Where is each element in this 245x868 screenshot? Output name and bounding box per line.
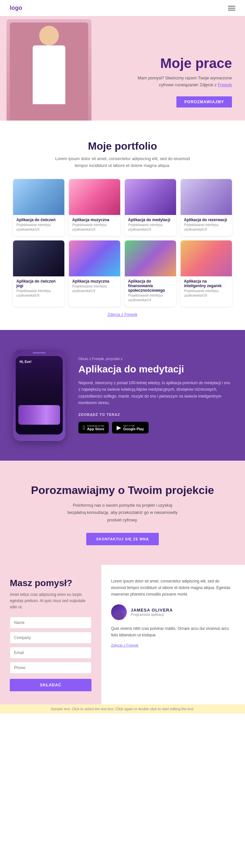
form-input-company[interactable]	[10, 632, 91, 644]
portfolio-item-info: Aplikacja do finansowania społecznościow…	[125, 276, 176, 306]
portfolio-item-title: Aplikacja do medytacji	[128, 218, 173, 222]
author-role: Programista aplikacji	[131, 613, 173, 616]
google-play-badge[interactable]: ▶ GET IT ON Google Play	[112, 422, 149, 434]
portfolio-item-title: Aplikacja muzyczna	[72, 218, 117, 222]
portfolio-grid: Aplikacja do ćwiczeń Projektowanie inter…	[13, 179, 232, 306]
portfolio-item[interactable]: Aplikacja do ćwiczeń Projektowanie inter…	[13, 179, 64, 236]
portfolio-item-sub: Projektowanie interfejsu użytkownika/UX	[184, 223, 229, 232]
portfolio-item[interactable]: Aplikacja do rezerwacji Projektowanie in…	[181, 179, 232, 236]
screen-content	[16, 356, 63, 434]
testimonial-author: JAMESA OLIVERA Programista aplikacji	[111, 604, 235, 620]
portfolio-item-sub: Projektowanie interfejsu użytkownika/UX	[72, 284, 117, 293]
portfolio-item-title: Aplikacja do ćwiczeń	[16, 218, 61, 222]
portfolio-item-sub: Projektowanie interfejsu użytkownika/UX	[16, 223, 61, 232]
hamburger-menu[interactable]	[228, 6, 235, 10]
sample-text: Sample text. Click to select the text bo…	[51, 707, 194, 711]
author-name: JAMESA OLIVERA	[131, 608, 173, 613]
bottom-section: Masz pomysł? Amet tellus cras adipiscing…	[0, 565, 245, 705]
form-group	[10, 662, 91, 674]
form-section: Masz pomysł? Amet tellus cras adipiscing…	[0, 565, 101, 705]
hero-person	[10, 23, 88, 121]
portfolio-thumb	[13, 179, 64, 215]
meditation-desc: Nispond, stworzony z ponad 100-letniej w…	[79, 380, 232, 406]
portfolio-item-info: Aplikacja do medytacji Projektowanie int…	[125, 215, 176, 236]
hero-title: Moje prace	[127, 56, 232, 71]
meditation-text: Obraz z Freepik, przyciski z Aplikacja d…	[79, 357, 232, 434]
apple-icon: 	[83, 424, 85, 431]
freepik-link[interactable]: Freepik	[218, 82, 232, 87]
portfolio-item-title: Aplikacja na inteligentny zegarek	[184, 279, 229, 288]
meditation-tag: Obraz z Freepik, przyciski z	[79, 357, 232, 361]
google-play-text: GET IT ON Google Play	[123, 425, 144, 431]
header: logo	[0, 0, 245, 16]
portfolio-item[interactable]: Aplikacja muzyczna Projektowanie interfe…	[69, 241, 120, 306]
portfolio-item-info: Aplikacja muzyczna Projektowanie interfe…	[69, 215, 120, 236]
hero-text: Moje prace Mam pomysł? Stwórzmy razem Tw…	[127, 56, 232, 107]
form-title: Masz pomysł?	[10, 578, 91, 588]
testimonial-section: Lorem ipsum dolor sit amet, consectetur …	[101, 565, 245, 705]
portfolio-thumb	[181, 179, 232, 215]
portfolio-item-title: Aplikacja muzyczna	[72, 279, 117, 284]
hero-subtitle: Mam pomysł? Stwórzmy razem Twoje wymarzo…	[127, 75, 232, 89]
portfolio-thumb	[181, 241, 232, 276]
portfolio-title: Moje portfolio	[13, 140, 232, 152]
portfolio-subtitle: Lorem ipsum dolor sit amet, consectetur …	[54, 155, 191, 169]
portfolio-item[interactable]: Aplikacja do medytacji Projektowanie int…	[125, 179, 176, 236]
portfolio-thumb	[69, 179, 120, 215]
form-group	[10, 632, 91, 644]
form-input-phone[interactable]	[10, 662, 91, 674]
form-group	[10, 647, 91, 659]
play-icon: ▶	[117, 424, 121, 431]
portfolio-thumb	[125, 179, 176, 215]
portfolio-item-title: Aplikacja do rezerwacji	[184, 218, 229, 222]
phone-screen	[16, 356, 63, 434]
form-desc: Amet tellus cras adipiscing enim eu turp…	[10, 592, 91, 611]
app-store-badge[interactable]:  Download on the App Store	[79, 422, 109, 434]
portfolio-item[interactable]: Aplikacja na inteligentny zegarek Projek…	[181, 241, 232, 306]
hero-cta-button[interactable]: POROZMAWIAJMY	[176, 96, 232, 107]
contact-button[interactable]: SKONTAKTUJ SIĘ ZE MNĄ	[86, 533, 158, 545]
contact-title: Porozmawiajmy o Twoim projekcie	[13, 484, 232, 497]
sample-bar: Sample text. Click to select the text bo…	[0, 704, 245, 713]
testimonial-freepik-link[interactable]: Zdjęcie z Freepik	[111, 643, 139, 647]
logo: logo	[10, 5, 22, 11]
portfolio-item[interactable]: Aplikacja do finansowania społecznościow…	[125, 241, 176, 306]
portfolio-thumb	[125, 241, 176, 276]
meditation-phone	[13, 349, 65, 441]
form-input-email[interactable]	[10, 647, 91, 659]
author-avatar	[111, 604, 127, 620]
testimonial-quote: Quis viverra nibh cras pulvinar mattis. …	[111, 625, 235, 639]
meditation-section: Obraz z Freepik, przyciski z Aplikacja d…	[0, 330, 245, 461]
author-info: JAMESA OLIVERA Programista aplikacji	[131, 608, 173, 616]
portfolio-item-title: Aplikacja do ćwiczeń jogi	[16, 279, 61, 288]
portfolio-item-sub: Projektowanie interfejsu użytkownika/UX	[184, 289, 229, 298]
portfolio-item-info: Aplikacja na inteligentny zegarek Projek…	[181, 276, 232, 302]
testimonial-main-text: Lorem ipsum dolor sit amet, consectetur …	[111, 578, 235, 598]
portfolio-item-info: Aplikacja do ćwiczeń jogi Projektowanie …	[13, 276, 64, 302]
portfolio-section: Moje portfolio Lorem ipsum dolor sit ame…	[0, 121, 245, 330]
form-group	[10, 617, 91, 628]
form-input-name[interactable]	[10, 617, 91, 628]
hero-section: Moje prace Mam pomysł? Stwórzmy razem Tw…	[0, 16, 245, 121]
contact-subtitle: Poinformuj nas o swoim pomyśle na projek…	[67, 502, 178, 523]
form-fields	[10, 617, 91, 674]
portfolio-freepik-link[interactable]: Zdjęcia z Freepik	[13, 312, 232, 317]
contact-section: Porozmawiajmy o Twoim projekcie Poinform…	[0, 461, 245, 565]
portfolio-item-sub: Projektowanie interfejsu użytkownika/UX	[128, 293, 173, 303]
portfolio-thumb	[69, 241, 120, 276]
hero-image	[6, 19, 91, 121]
portfolio-item-info: Aplikacja muzyczna Projektowanie interfe…	[69, 276, 120, 297]
portfolio-item-info: Aplikacja do ćwiczeń Projektowanie inter…	[13, 215, 64, 236]
meditation-title: Aplikacja do medytacji	[79, 363, 232, 375]
portfolio-item-info: Aplikacja do rezerwacji Projektowanie in…	[181, 215, 232, 236]
portfolio-item-sub: Projektowanie interfejsu użytkownika/UX	[128, 223, 173, 232]
form-submit-button[interactable]: SKŁADAĆ	[10, 679, 91, 691]
portfolio-item[interactable]: Aplikacja do ćwiczeń jogi Projektowanie …	[13, 241, 64, 306]
portfolio-item-title: Aplikacja do finansowania społecznościow…	[128, 279, 173, 293]
app-store-text: Download on the App Store	[87, 425, 104, 431]
portfolio-item[interactable]: Aplikacja muzyczna Projektowanie interfe…	[69, 179, 120, 236]
portfolio-thumb	[13, 241, 64, 276]
portfolio-item-sub: Projektowanie interfejsu użytkownika/UX	[16, 289, 61, 298]
store-badges:  Download on the App Store ▶ GET IT ON …	[79, 422, 232, 434]
portfolio-item-sub: Projektowanie interfejsu użytkownika/UX	[72, 223, 117, 232]
